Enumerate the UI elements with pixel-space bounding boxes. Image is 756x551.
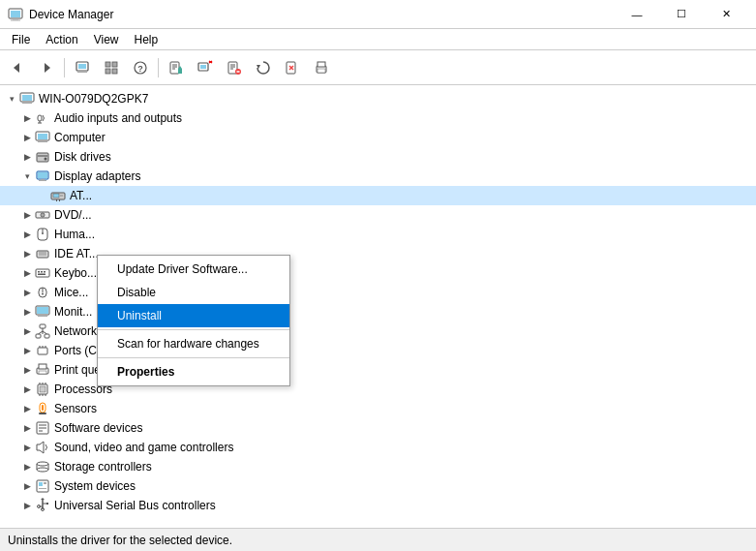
window-title: Device Manager xyxy=(29,8,113,21)
toolbar-uninstall[interactable] xyxy=(221,54,248,81)
toolbar-properties[interactable] xyxy=(69,54,96,81)
tree-item-disk[interactable]: ▶ Disk drives xyxy=(0,147,756,167)
main-area: ▾ WIN-O079DQ2GPK7 ▶ xyxy=(0,85,756,528)
expand-ide[interactable]: ▶ xyxy=(19,246,35,261)
tree-monitors-label: Monit... xyxy=(54,305,92,319)
maximize-button[interactable]: ☐ xyxy=(659,0,704,29)
expand-system[interactable]: ▶ xyxy=(19,478,35,494)
toolbar-sep-1 xyxy=(64,58,65,77)
tree-item-display[interactable]: ▾ Display adapters xyxy=(0,167,756,186)
tree-item-storage[interactable]: ▶ Storage controllers xyxy=(0,457,756,476)
toolbar-print[interactable] xyxy=(308,54,335,81)
expand-print[interactable]: ▶ xyxy=(19,362,35,378)
svg-point-52 xyxy=(45,158,47,161)
toolbar: ? xyxy=(0,50,756,85)
dvd-icon xyxy=(35,207,50,223)
expand-hid[interactable]: ▶ xyxy=(19,227,35,242)
context-menu: Update Driver Software... Disable Uninst… xyxy=(97,255,290,386)
svg-rect-73 xyxy=(41,271,43,273)
svg-rect-81 xyxy=(40,315,45,316)
svg-rect-84 xyxy=(36,334,41,338)
expand-sound[interactable]: ▶ xyxy=(19,440,35,455)
menu-view[interactable]: View xyxy=(86,29,127,50)
expand-computer[interactable]: ▶ xyxy=(19,130,35,145)
expand-mice[interactable]: ▶ xyxy=(19,285,35,300)
svg-rect-59 xyxy=(60,195,63,197)
ctx-separator-1 xyxy=(98,329,289,330)
expand-monitors[interactable]: ▶ xyxy=(19,304,35,320)
expand-display[interactable]: ▾ xyxy=(19,168,35,184)
expand-disk[interactable]: ▶ xyxy=(19,149,35,165)
menu-file[interactable]: File xyxy=(4,29,38,50)
ctx-disable[interactable]: Disable xyxy=(98,281,289,304)
tree-sensors-label: Sensors xyxy=(54,402,97,415)
network-icon xyxy=(35,323,50,339)
tree-item-hid[interactable]: ▶ Huma... xyxy=(0,225,756,244)
display-card-icon xyxy=(50,188,66,203)
expand-audio[interactable]: ▶ xyxy=(19,110,35,126)
tree-root[interactable]: ▾ WIN-O079DQ2GPK7 xyxy=(0,89,756,108)
tree-system-label: System devices xyxy=(54,479,136,493)
ctx-properties[interactable]: Properties xyxy=(98,360,289,383)
ctx-scan[interactable]: Scan for hardware changes xyxy=(98,332,289,355)
expand-root[interactable]: ▾ xyxy=(4,91,19,107)
toolbar-back[interactable] xyxy=(4,54,31,81)
usb-icon xyxy=(35,498,50,513)
tree-disk-label: Disk drives xyxy=(54,150,111,164)
svg-rect-54 xyxy=(38,172,47,178)
toolbar-forward[interactable] xyxy=(33,54,60,81)
svg-rect-97 xyxy=(40,386,45,392)
toolbar-remove[interactable] xyxy=(279,54,306,81)
svg-rect-7 xyxy=(78,64,86,69)
close-button[interactable]: ✕ xyxy=(704,0,748,29)
system-icon xyxy=(35,478,50,494)
menu-help[interactable]: Help xyxy=(127,29,166,50)
tree-item-at[interactable]: ▶ AT... xyxy=(0,186,756,205)
svg-rect-117 xyxy=(39,482,43,486)
expand-ports[interactable]: ▶ xyxy=(19,343,35,358)
toolbar-sep-2 xyxy=(158,58,159,77)
ctx-update-driver[interactable]: Update Driver Software... xyxy=(98,258,289,281)
tree-item-usb[interactable]: ▶ Universal Serial Bus controllers xyxy=(0,496,756,515)
toolbar-scan[interactable] xyxy=(250,54,277,81)
tree-item-sound[interactable]: ▶ Sound, video and game controllers xyxy=(0,438,756,457)
expand-sensors[interactable]: ▶ xyxy=(19,401,35,416)
tree-software-label: Software devices xyxy=(54,421,142,435)
tree-item-audio[interactable]: ▶ Audio inputs and outputs xyxy=(0,108,756,128)
computer-icon-sm xyxy=(35,130,50,145)
ctx-uninstall[interactable]: Uninstall xyxy=(98,304,289,327)
tree-item-sensors[interactable]: ▶ Sensors xyxy=(0,399,756,418)
svg-marker-111 xyxy=(37,442,44,453)
svg-marker-20 xyxy=(178,69,182,74)
svg-rect-47 xyxy=(38,134,47,139)
tree-item-dvd[interactable]: ▶ DVD/... xyxy=(0,205,756,225)
expand-keyboard[interactable]: ▶ xyxy=(19,265,35,281)
svg-rect-123 xyxy=(46,503,48,505)
sound-icon xyxy=(35,440,50,455)
toolbar-disable[interactable] xyxy=(192,54,219,81)
ide-icon xyxy=(35,246,50,261)
menu-action[interactable]: Action xyxy=(38,29,85,50)
ports-icon xyxy=(35,343,50,358)
computer-icon xyxy=(19,91,35,107)
hid-icon xyxy=(35,227,50,242)
tree-item-system[interactable]: ▶ System devices xyxy=(0,476,756,496)
tree-display-label: Display adapters xyxy=(54,169,140,183)
expand-dvd[interactable]: ▶ xyxy=(19,207,35,223)
svg-point-67 xyxy=(42,232,44,234)
toolbar-help[interactable]: ? xyxy=(127,54,154,81)
expand-usb[interactable]: ▶ xyxy=(19,498,35,513)
expand-processors[interactable]: ▶ xyxy=(19,382,35,397)
toolbar-update-driver[interactable] xyxy=(163,54,190,81)
minimize-button[interactable]: — xyxy=(615,0,659,29)
tree-item-software[interactable]: ▶ Software devices xyxy=(0,418,756,438)
svg-rect-8 xyxy=(79,71,85,72)
svg-text:?: ? xyxy=(137,64,143,74)
storage-icon xyxy=(35,459,50,474)
expand-storage[interactable]: ▶ xyxy=(19,459,35,474)
tree-item-computer[interactable]: ▶ Computer xyxy=(0,128,756,147)
svg-rect-41 xyxy=(24,102,30,103)
expand-network[interactable]: ▶ xyxy=(19,323,35,339)
expand-software[interactable]: ▶ xyxy=(19,420,35,436)
toolbar-show-all[interactable] xyxy=(98,54,125,81)
